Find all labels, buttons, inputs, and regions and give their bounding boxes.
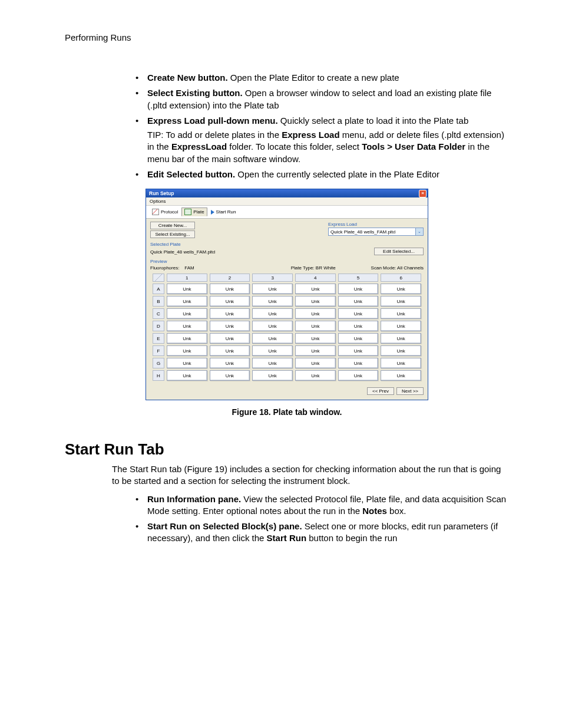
plate-icon: [184, 209, 191, 215]
window-title: Run Setup: [149, 190, 174, 196]
row-header: H: [153, 370, 164, 381]
row-header: F: [153, 345, 164, 356]
well-cell[interactable]: Unk: [210, 284, 250, 294]
well-cell[interactable]: Unk: [338, 333, 379, 344]
list-item: Run Information pane. View the selected …: [135, 493, 509, 518]
bottom-bullet-list: Run Information pane. View the selected …: [135, 493, 509, 545]
well-cell[interactable]: Unk: [295, 321, 336, 331]
well-cell[interactable]: Unk: [295, 370, 336, 381]
well-cell[interactable]: Unk: [295, 345, 336, 356]
col-header: 1: [167, 274, 207, 282]
tab-protocol[interactable]: Protocol: [150, 208, 180, 216]
well-cell[interactable]: Unk: [381, 321, 421, 331]
well-cell[interactable]: Unk: [381, 284, 421, 294]
well-cell[interactable]: Unk: [381, 345, 421, 356]
section-heading: Start Run Tab: [65, 440, 509, 459]
well-cell[interactable]: Unk: [167, 308, 207, 319]
close-icon[interactable]: ×: [419, 190, 427, 197]
well-cell[interactable]: Unk: [338, 321, 379, 331]
row-header: A: [153, 284, 164, 294]
well-cell[interactable]: Unk: [167, 333, 207, 344]
chevron-down-icon: ⌄: [415, 228, 423, 235]
corner-cell: [153, 274, 164, 282]
well-cell[interactable]: Unk: [338, 284, 379, 294]
well-cell[interactable]: Unk: [210, 296, 250, 307]
list-item: Express Load pull-down menu. Quickly sel…: [135, 115, 509, 165]
select-existing-button[interactable]: Select Existing...: [150, 230, 195, 238]
section-lead: The Start Run tab (Figure 19) includes a…: [112, 463, 509, 487]
well-cell[interactable]: Unk: [295, 284, 336, 294]
well-cell[interactable]: Unk: [338, 296, 379, 307]
well-cell[interactable]: Unk: [381, 333, 421, 344]
menubar[interactable]: Options: [146, 197, 428, 206]
well-cell[interactable]: Unk: [338, 345, 379, 356]
running-head: Performing Runs: [65, 32, 509, 42]
preview-label: Preview: [150, 259, 424, 264]
list-item: Select Existing button. Open a browser w…: [135, 87, 509, 111]
well-cell[interactable]: Unk: [295, 333, 336, 344]
tab-start-run[interactable]: Start Run: [209, 209, 239, 215]
well-cell[interactable]: Unk: [252, 370, 293, 381]
row-header: E: [153, 333, 164, 344]
well-cell[interactable]: Unk: [167, 284, 207, 294]
well-cell[interactable]: Unk: [381, 370, 421, 381]
well-cell[interactable]: Unk: [381, 358, 421, 368]
well-cell[interactable]: Unk: [210, 333, 250, 344]
well-cell[interactable]: Unk: [252, 358, 293, 368]
edit-selected-button[interactable]: Edit Selected...: [374, 248, 424, 255]
arrow-right-icon: [211, 210, 214, 215]
well-cell[interactable]: Unk: [167, 358, 207, 368]
figure-caption: Figure 18. Plate tab window.: [65, 407, 509, 417]
list-item: Edit Selected button. Open the currently…: [135, 169, 509, 180]
well-cell[interactable]: Unk: [252, 333, 293, 344]
titlebar: Run Setup ×: [146, 189, 428, 197]
well-cell[interactable]: Unk: [295, 358, 336, 368]
well-cell[interactable]: Unk: [295, 308, 336, 319]
well-cell[interactable]: Unk: [338, 370, 379, 381]
next-button[interactable]: Next >>: [396, 387, 424, 395]
col-header: 3: [252, 274, 293, 282]
col-header: 6: [381, 274, 421, 282]
create-new-button[interactable]: Create New...: [150, 222, 195, 229]
col-header: 5: [338, 274, 379, 282]
tip-paragraph: TIP: To add or delete plates in the Expr…: [147, 129, 509, 165]
well-cell[interactable]: Unk: [167, 370, 207, 381]
well-cell[interactable]: Unk: [167, 321, 207, 331]
well-cell[interactable]: Unk: [338, 308, 379, 319]
well-cell[interactable]: Unk: [252, 308, 293, 319]
list-item: Start Run on Selected Block(s) pane. Sel…: [135, 521, 509, 545]
row-header: G: [153, 358, 164, 368]
well-cell[interactable]: Unk: [167, 345, 207, 356]
tabstrip: Protocol Plate Start Run: [146, 206, 428, 219]
top-bullet-list: Create New button. Open the Plate Editor…: [135, 72, 509, 180]
well-cell[interactable]: Unk: [210, 321, 250, 331]
express-load-label: Express Load: [328, 222, 424, 227]
plate-grid: 1 2 3 4 5 6 AUnkUnkUnkUnkUnkUnkBUnkUnkUn…: [150, 272, 424, 383]
well-cell[interactable]: Unk: [252, 345, 293, 356]
col-header: 2: [210, 274, 250, 282]
express-load-dropdown[interactable]: Quick Plate_48 wells_FAM.pltd ⌄: [328, 228, 424, 236]
list-item: Create New button. Open the Plate Editor…: [135, 72, 509, 84]
well-cell[interactable]: Unk: [338, 358, 379, 368]
col-header: 4: [295, 274, 336, 282]
chart-icon: [152, 209, 159, 215]
well-cell[interactable]: Unk: [210, 345, 250, 356]
well-cell[interactable]: Unk: [167, 296, 207, 307]
well-cell[interactable]: Unk: [210, 370, 250, 381]
selected-plate-value: Quick Plate_48 wells_FAM.pltd: [150, 249, 215, 255]
well-cell[interactable]: Unk: [252, 296, 293, 307]
well-cell[interactable]: Unk: [252, 284, 293, 294]
well-cell[interactable]: Unk: [295, 296, 336, 307]
well-cell[interactable]: Unk: [252, 321, 293, 331]
run-setup-window: Run Setup × Options Protocol Plate Start…: [146, 189, 428, 400]
row-header: B: [153, 296, 164, 307]
row-header: C: [153, 308, 164, 319]
well-cell[interactable]: Unk: [381, 308, 421, 319]
prev-button[interactable]: << Prev: [367, 387, 394, 395]
selected-plate-label: Selected Plate: [150, 242, 424, 247]
well-cell[interactable]: Unk: [210, 358, 250, 368]
well-cell[interactable]: Unk: [381, 296, 421, 307]
row-header: D: [153, 321, 164, 331]
tab-plate[interactable]: Plate: [181, 207, 207, 216]
well-cell[interactable]: Unk: [210, 308, 250, 319]
